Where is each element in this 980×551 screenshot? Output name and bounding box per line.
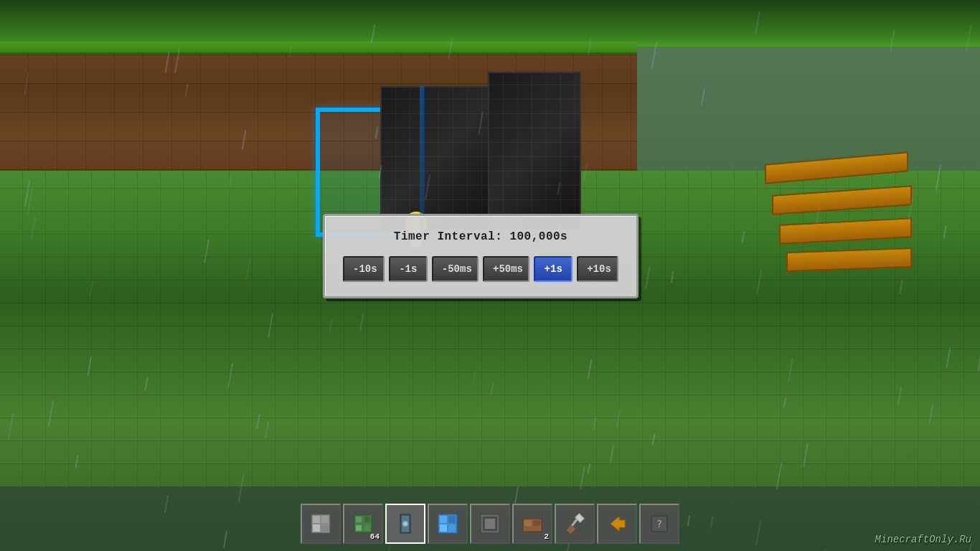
grass-top: [0, 42, 637, 55]
svg-rect-15: [440, 516, 447, 523]
svg-rect-9: [364, 525, 370, 531]
svg-rect-21: [485, 519, 495, 529]
hotbar-item-8: [604, 511, 630, 537]
svg-rect-6: [356, 517, 362, 522]
svg-rect-8: [356, 525, 362, 531]
svg-rect-18: [448, 524, 456, 532]
rail-4: [786, 248, 912, 272]
machine-right-block: [488, 72, 581, 230]
hotbar-slot-3[interactable]: [385, 504, 425, 544]
hotbar-item-5: [477, 511, 503, 537]
svg-rect-17: [440, 524, 447, 532]
hotbar: 64: [301, 504, 679, 544]
hotbar-item-3: [392, 511, 418, 537]
svg-rect-4: [321, 524, 329, 532]
svg-point-13: [404, 522, 407, 525]
watermark: MinecraftOnly.Ru: [875, 534, 971, 545]
rail-3: [779, 217, 912, 245]
timer-gui-panel: Timer Interval: 100,000s -10s -1s -50ms …: [323, 214, 639, 298]
minus-10s-button[interactable]: -10s: [343, 256, 385, 282]
hotbar-slot-8[interactable]: [597, 504, 637, 544]
hotbar-item-1: [308, 511, 334, 537]
hotbar-item-4: [435, 511, 461, 537]
svg-rect-16: [448, 516, 456, 523]
game-canvas: Timer Interval: 100,000s -10s -1s -50ms …: [0, 0, 980, 551]
svg-rect-3: [313, 524, 320, 532]
hotbar-slot-1[interactable]: [301, 504, 341, 544]
hotbar-slot-2[interactable]: 64: [343, 504, 383, 544]
hotbar-count-6: 2: [544, 532, 549, 541]
svg-rect-24: [533, 520, 540, 526]
svg-marker-28: [611, 517, 625, 531]
svg-rect-2: [321, 516, 329, 523]
plus-1s-button[interactable]: +1s: [534, 256, 573, 282]
tree-line: [0, 0, 980, 47]
hotbar-slot-5[interactable]: [470, 504, 510, 544]
svg-text:?: ?: [656, 518, 662, 529]
rail-1: [765, 151, 908, 184]
minus-50ms-button[interactable]: -50ms: [432, 256, 479, 282]
hotbar-item-9: ?: [646, 511, 672, 537]
hotbar-item-7: [562, 511, 588, 537]
hotbar-item-6: [519, 511, 545, 537]
minus-1s-button[interactable]: -1s: [389, 256, 428, 282]
timer-title: Timer Interval: 100,000s: [343, 230, 618, 243]
hotbar-slot-6[interactable]: 2: [512, 504, 552, 544]
svg-rect-26: [567, 525, 576, 534]
rails-area: [765, 143, 923, 287]
timer-buttons-row: -10s -1s -50ms +50ms +1s +10s: [343, 256, 618, 282]
svg-rect-7: [364, 517, 370, 522]
plus-50ms-button[interactable]: +50ms: [483, 256, 529, 282]
hotbar-slot-7[interactable]: [555, 504, 595, 544]
hotbar-count-2: 64: [370, 532, 380, 541]
svg-rect-23: [524, 520, 532, 526]
svg-rect-1: [313, 516, 320, 523]
hotbar-slot-9[interactable]: ?: [639, 504, 679, 544]
hotbar-slot-4[interactable]: [428, 504, 468, 544]
rail-2: [772, 185, 912, 215]
plus-10s-button[interactable]: +10s: [577, 256, 618, 282]
